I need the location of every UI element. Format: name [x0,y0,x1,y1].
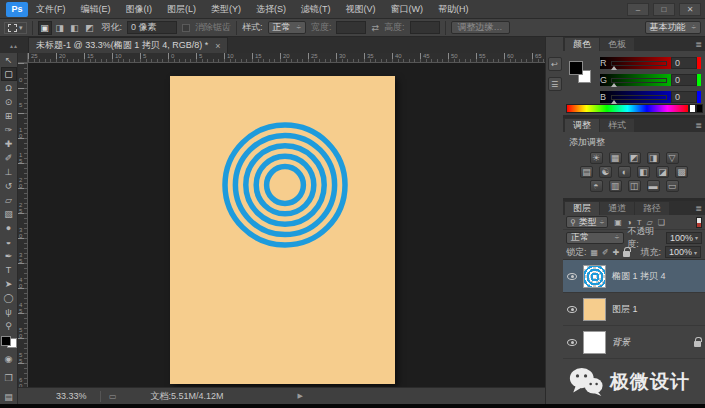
pen-tool[interactable]: ✒ [1,249,17,263]
intersect-selection-icon[interactable]: ◩ [83,21,97,35]
menu-window[interactable]: 窗口(W) [391,3,424,16]
mini-bridge-icon[interactable]: ▤ [1,390,17,404]
clone-stamp-tool[interactable]: ⊥ [1,165,17,179]
gradient-map-icon[interactable]: ▬ [647,180,660,192]
move-tool[interactable]: ↖ [1,53,17,67]
vertical-ruler[interactable]: 051015202530354045505560 [18,63,28,387]
width-input[interactable] [336,21,366,34]
height-input[interactable] [410,21,440,34]
maximize-button[interactable]: □ [653,3,675,16]
tab-styles[interactable]: 样式 [600,119,634,132]
tab-color[interactable]: 颜色 [565,38,599,51]
spot-healing-brush-tool[interactable]: ✚ [1,137,17,151]
new-selection-icon[interactable]: ▣ [38,21,52,35]
menu-filter[interactable]: 滤镜(T) [301,3,331,16]
posterize-icon[interactable]: ▥ [609,180,622,192]
minimize-button[interactable]: – [627,3,649,16]
panel-menu-icon[interactable]: ≣ [695,121,702,130]
canvas-area[interactable]: 25201510505101520253035404550556065 0510… [18,53,545,387]
layer-thumbnail[interactable] [583,265,606,288]
lock-position-icon[interactable]: ✚ [613,248,620,257]
layer-filter-toggle[interactable] [696,217,702,228]
layer-filter-type-select[interactable]: ⚲ 类型 ÷ [566,216,608,228]
layer-thumbnail[interactable] [583,331,606,354]
subtract-selection-icon[interactable]: ◧ [68,21,82,35]
eyedropper-tool[interactable]: ✑ [1,123,17,137]
menu-layer[interactable]: 图层(L) [167,3,196,16]
channel-mixer-icon[interactable]: ◪ [656,166,669,178]
lock-transparency-icon[interactable]: ▦ [591,248,599,257]
color-slider-track[interactable] [611,95,667,100]
color-slider-track[interactable] [611,78,667,83]
white-swatch[interactable] [689,104,696,113]
color-spectrum-ramp[interactable] [566,104,689,113]
eraser-tool[interactable]: ▱ [1,193,17,207]
hue-saturation-icon[interactable]: ▤ [580,166,593,178]
tool-preset-picker[interactable]: ▾ [4,22,27,34]
threshold-icon[interactable]: ◫ [628,180,641,192]
horizontal-ruler[interactable]: 25201510505101520253035404550556065 [28,53,545,63]
menu-view[interactable]: 视图(V) [346,3,376,16]
history-panel-icon[interactable]: ↩ [548,57,562,71]
tab-channels[interactable]: 通道 [600,202,634,215]
color-value-input[interactable]: 0 [671,57,697,69]
screen-mode-icon[interactable]: ❒ [1,371,17,385]
visibility-eye-icon[interactable] [567,306,577,313]
lock-all-icon[interactable] [623,251,630,257]
layer-row-background[interactable]: 背景 [563,326,705,359]
visibility-eye-icon[interactable] [567,339,577,346]
menu-image[interactable]: 图像(I) [126,3,153,16]
fill-value[interactable]: 100% ▾ [665,246,701,258]
close-button[interactable]: ✕ [679,3,701,16]
visibility-eye-icon[interactable] [567,273,577,280]
tab-close-icon[interactable]: × [215,41,220,51]
dock-collapse-icon[interactable]: ▴▴ [0,37,28,53]
feather-input[interactable]: 0 像素 [127,21,177,34]
color-slider-track[interactable] [611,61,667,66]
panel-menu-icon[interactable]: ≣ [695,204,702,213]
lasso-tool[interactable]: Ω [1,81,17,95]
exposure-icon[interactable]: ◨ [647,152,660,164]
blend-mode-select[interactable]: 正常 ÷ [566,232,624,244]
brightness-contrast-icon[interactable]: ☀ [590,152,603,164]
layer-row-ellipse-copy[interactable]: 椭圆 1 拷贝 4 [563,260,705,293]
crop-tool[interactable]: ⊞ [1,109,17,123]
color-lookup-icon[interactable]: ▩ [675,166,688,178]
menu-help[interactable]: 帮助(H) [438,3,469,16]
style-select[interactable]: 正常 ÷ [268,21,306,34]
layer-row-layer1[interactable]: 图层 1 [563,293,705,326]
refine-edge-button[interactable]: 调整边缘… [451,21,510,34]
add-selection-icon[interactable]: ◨ [53,21,67,35]
lock-paint-icon[interactable]: ✐ [602,248,609,257]
tab-paths[interactable]: 路径 [635,202,669,215]
pixel-filter-icon[interactable]: ▣ [614,218,622,227]
dodge-tool[interactable]: ◒ [1,235,17,249]
panel-menu-icon[interactable]: ≣ [695,40,702,49]
antialias-checkbox[interactable] [182,24,190,32]
brush-tool[interactable]: ✐ [1,151,17,165]
menu-select[interactable]: 选择(S) [256,3,286,16]
curves-icon[interactable]: ◩ [628,152,641,164]
opacity-value[interactable]: 100% ▾ [666,232,702,244]
color-value-input[interactable]: 0 [671,91,697,103]
blur-tool[interactable]: ● [1,221,17,235]
foreground-color-swatch[interactable] [569,61,583,75]
type-tool[interactable]: T [1,263,17,277]
layer-thumbnail[interactable] [583,298,606,321]
zoom-level-field[interactable]: 33.33% [56,391,92,401]
history-brush-tool[interactable]: ↺ [1,179,17,193]
color-balance-icon[interactable]: ☯ [599,166,612,178]
swap-dimensions-icon[interactable]: ⇄ [371,23,379,33]
workspace-select[interactable]: 基本功能 ÷ [645,21,701,34]
document-artboard[interactable] [170,76,395,384]
document-tab[interactable]: 未标题-1 @ 33.3%(椭圆 1 拷贝 4, RGB/8) * × [28,37,228,53]
foreground-color-swatch[interactable] [1,336,11,346]
properties-panel-icon[interactable]: ☰ [548,77,562,91]
status-options-arrow-icon[interactable]: ▶ [298,392,303,400]
menu-file[interactable]: 文件(F) [36,3,66,16]
quick-selection-tool[interactable]: ⊙ [1,95,17,109]
rectangular-marquee-tool[interactable]: ▢ [1,67,17,81]
tab-layers[interactable]: 图层 [565,202,599,215]
photo-filter-icon[interactable]: ◧ [637,166,650,178]
tab-swatches[interactable]: 色板 [600,38,634,51]
